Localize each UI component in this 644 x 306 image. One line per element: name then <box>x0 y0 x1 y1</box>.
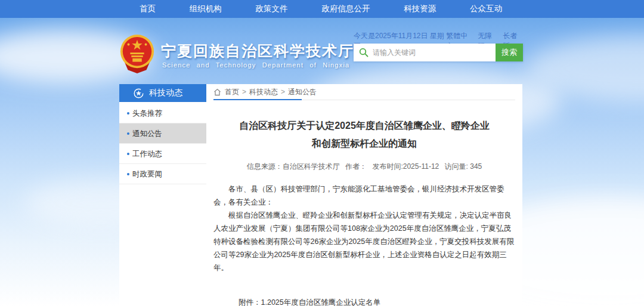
breadcrumb-separator: > <box>281 88 285 96</box>
home-icon <box>213 88 221 96</box>
sidebar-item-notice-announcement[interactable]: 通知公告 <box>119 123 206 144</box>
sidebar-item-current-politics[interactable]: 时政要闻 <box>119 164 206 184</box>
search-input[interactable] <box>354 44 496 61</box>
star-circle-icon <box>134 88 144 98</box>
search-button[interactable]: 搜索 <box>496 44 523 61</box>
search-bar: 搜索 <box>354 44 523 61</box>
sidebar-item-headline-recommend[interactable]: 头条推荐 <box>119 103 206 123</box>
site-title: 宁夏回族自治区科学技术厅 <box>161 41 354 61</box>
attachment-link-eagle-list[interactable]: 1.2025年度自治区雏鹰企业认定名单 <box>261 296 403 306</box>
page: 首页 组织机构 政策文件 政府信息公开 科技资源 公众互动 宁夏回族自治区科学技… <box>0 0 644 306</box>
sidebar: 科技动态 头条推荐 通知公告 工作动态 时政要闻 <box>119 84 206 306</box>
search-icon <box>359 48 369 57</box>
nav-item-gov-info-disclosure[interactable]: 政府信息公开 <box>321 4 370 14</box>
meta-views: 访问量: 345 <box>445 162 482 171</box>
article-title: 自治区科技厅关于认定2025年度自治区雏鹰企业、瞪羚企业 和创新型标杆企业的通知 <box>213 117 515 153</box>
article-meta: 信息来源：自治区科学技术厅 作者： 发布时间:2025-11-12 访问量: 3… <box>213 162 515 172</box>
breadcrumb-separator: > <box>242 88 246 96</box>
meta-author: 作者： <box>345 162 367 171</box>
sidebar-header: 科技动态 <box>119 84 206 102</box>
article-title-line2: 和创新型标杆企业的通知 <box>213 135 515 153</box>
sidebar-menu: 头条推荐 通知公告 工作动态 时政要闻 <box>119 103 206 184</box>
national-emblem-logo <box>119 34 156 75</box>
attachments-label: 附件： <box>239 296 261 306</box>
article-area: 首页 > 科技动态 > 通知公告 自治区科技厅关于认定2025年度自治区雏鹰企业… <box>206 84 522 306</box>
attachments-block: 附件： 1.2025年度自治区雏鹰企业认定名单 2.2025年度自治区瞪羚企业认… <box>239 296 515 306</box>
article-title-line1: 自治区科技厅关于认定2025年度自治区雏鹰企业、瞪羚企业 <box>213 117 515 135</box>
attachments-list: 1.2025年度自治区雏鹰企业认定名单 2.2025年度自治区瞪羚企业认定名单 … <box>261 296 403 306</box>
sidebar-item-work-trends[interactable]: 工作动态 <box>119 144 206 164</box>
top-navigation-items: 首页 组织机构 政策文件 政府信息公开 科技资源 公众互动 <box>119 0 522 18</box>
site-subtitle-english: Science and Technology Department of Nin… <box>162 61 349 69</box>
top-navigation-bar: 首页 组织机构 政策文件 政府信息公开 科技资源 公众互动 <box>0 0 644 18</box>
meta-publish-time: 发布时间:2025-11-12 <box>372 162 439 171</box>
sidebar-title: 科技动态 <box>149 88 182 98</box>
content-panel: 科技动态 头条推荐 通知公告 工作动态 时政要闻 首页 > 科技动态 > 通知公… <box>119 84 522 306</box>
article-paragraph: 根据自治区雏鹰企业、瞪羚企业和创新型标杆企业认定管理有关规定，决定认定半亩良人农… <box>213 209 515 274</box>
nav-item-home[interactable]: 首页 <box>140 4 156 14</box>
nav-item-tech-resources[interactable]: 科技资源 <box>404 4 436 14</box>
meta-source: 信息来源：自治区科学技术厅 <box>247 162 340 171</box>
article-body: 各市、县（区）科技管理部门，宁东能源化工基地管委会，银川经济技术开发区管委会，各… <box>213 183 515 274</box>
nav-item-organization[interactable]: 组织机构 <box>190 4 222 14</box>
search-input-wrap <box>354 44 496 61</box>
breadcrumb-notice[interactable]: 通知公告 <box>288 87 317 97</box>
breadcrumb-home[interactable]: 首页 <box>225 87 239 97</box>
article-paragraph: 各市、县（区）科技管理部门，宁东能源化工基地管委会，银川经济技术开发区管委会，各… <box>213 183 515 209</box>
nav-item-policy-documents[interactable]: 政策文件 <box>256 4 288 14</box>
breadcrumb-tech-news[interactable]: 科技动态 <box>249 87 278 97</box>
nav-item-public-interaction[interactable]: 公众互动 <box>470 4 502 14</box>
breadcrumb: 首页 > 科技动态 > 通知公告 <box>213 84 515 100</box>
